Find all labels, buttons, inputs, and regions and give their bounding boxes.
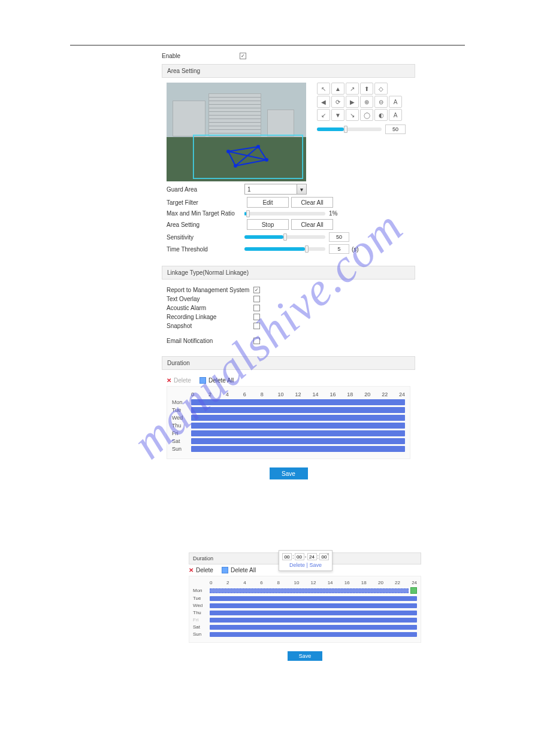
day-label: Mon (193, 588, 210, 593)
video-preview[interactable] (167, 83, 306, 181)
clear-all-filter-button[interactable]: Clear All (291, 197, 333, 208)
delete-all-button[interactable]: Delete All (208, 377, 234, 384)
acoustic-row: Acoustic Alarm (167, 305, 410, 311)
email-checkbox[interactable] (253, 338, 260, 344)
day-label: Sat (172, 438, 191, 444)
delete-all-icon (200, 377, 206, 384)
text-overlay-label: Text Overlay (167, 296, 253, 302)
snapshot-checkbox[interactable] (253, 323, 260, 329)
snapshot-label: Snapshot (167, 323, 253, 329)
patrol-icon[interactable]: ◐ (374, 109, 388, 121)
schedule-bar[interactable] (191, 399, 405, 405)
target-ratio-slider[interactable] (244, 212, 325, 215)
schedule-row[interactable]: Thu (193, 610, 417, 615)
report-checkbox[interactable]: ✓ (253, 287, 260, 293)
preset-icon[interactable]: ◯ (360, 109, 373, 121)
ptz-down-icon[interactable]: ▼ (331, 109, 344, 121)
ptz-up-left-icon[interactable]: ↖ (317, 83, 330, 95)
schedule-bar[interactable] (210, 611, 417, 615)
edit-button[interactable]: Edit (247, 197, 289, 208)
zoom-in-icon[interactable]: ⊕ (360, 96, 373, 108)
schedule-row[interactable]: Sun (172, 446, 405, 452)
recording-checkbox[interactable] (253, 314, 260, 320)
sep-dash: - (305, 554, 307, 560)
schedule-row[interactable]: Thu (172, 423, 405, 429)
copy-schedule-icon[interactable] (410, 587, 417, 594)
schedule-row[interactable]: Sat (172, 438, 405, 444)
target-filter-row: Target Filter Edit Clear All (167, 197, 410, 208)
schedule-row[interactable]: Wed (172, 415, 405, 421)
schedule-row[interactable]: Wed (193, 603, 417, 608)
time-threshold-value[interactable]: 5 (329, 244, 349, 254)
schedule-row[interactable]: Mon (193, 587, 417, 594)
delete-button-2[interactable]: Delete (196, 567, 213, 573)
iris-open-icon[interactable]: ◇ (374, 83, 388, 95)
close-icon[interactable]: × (327, 551, 330, 557)
schedule-row[interactable]: Sat (193, 624, 417, 630)
stop-button[interactable]: Stop (247, 219, 289, 230)
ptz-left-icon[interactable]: ◀ (317, 96, 330, 108)
ptz-down-right-icon[interactable]: ↘ (346, 109, 359, 121)
acoustic-checkbox[interactable] (253, 305, 260, 311)
ptz-up-right-icon[interactable]: ↗ (346, 83, 359, 95)
linkage-header: Linkage Type(Normal Linkage) (162, 266, 415, 280)
enable-checkbox[interactable]: ✓ (240, 53, 246, 59)
delete-button[interactable]: Delete (174, 377, 191, 384)
popup-delete-link[interactable]: Delete (289, 562, 305, 568)
focus-near-icon[interactable]: ⬆ (360, 83, 373, 95)
day-label: Fri (172, 430, 191, 436)
schedule-bar[interactable] (191, 438, 405, 444)
time-threshold-row: Time Threshold 5 (s) (167, 244, 410, 254)
linkage-body: Report to Management System ✓ Text Overl… (162, 280, 415, 351)
schedule-row[interactable]: Tue (193, 596, 417, 601)
guard-area-select[interactable]: 1 ▾ (244, 184, 307, 195)
aperture-minus-icon[interactable]: A (389, 109, 402, 121)
schedule-row[interactable]: Tue (172, 407, 405, 413)
schedule-bar[interactable] (210, 603, 417, 608)
clear-all-area-button[interactable]: Clear All (291, 219, 333, 230)
duration-toolbar: ✕ Delete Delete All (167, 375, 410, 386)
end-hour-input[interactable] (307, 553, 317, 560)
start-min-input[interactable] (295, 553, 304, 560)
schedule-row[interactable]: Sun (193, 631, 417, 637)
save-button-2[interactable]: Save (288, 651, 322, 661)
hour-tick: 12 (295, 391, 313, 397)
ptz-speed-slider[interactable] (317, 127, 382, 131)
hour-tick: 4 (243, 580, 260, 585)
schedule-bar[interactable] (191, 407, 405, 413)
popup-save-link[interactable]: Save (309, 562, 322, 568)
schedule-bar[interactable] (210, 632, 417, 637)
acoustic-label: Acoustic Alarm (167, 305, 253, 311)
schedule-bar[interactable] (210, 596, 417, 601)
sensitivity-slider[interactable] (244, 235, 325, 239)
ptz-down-left-icon[interactable]: ↙ (317, 109, 330, 121)
schedule-row[interactable]: Fri (193, 617, 417, 623)
text-overlay-checkbox[interactable] (253, 296, 260, 302)
schedule-bar[interactable] (191, 446, 405, 452)
ptz-up-icon[interactable]: ▲ (331, 83, 344, 95)
schedule-bar-selected[interactable] (210, 588, 409, 593)
ptz-speed-value[interactable]: 50 (385, 125, 406, 134)
guard-polygon[interactable] (223, 145, 271, 171)
time-threshold-slider[interactable] (244, 247, 325, 251)
ptz-right-icon[interactable]: ▶ (346, 96, 359, 108)
start-hour-input[interactable] (282, 553, 292, 560)
sensitivity-row: Sensitivity 50 (167, 232, 410, 242)
schedule-bar[interactable] (191, 415, 405, 421)
schedule-row[interactable]: Fri (172, 430, 405, 436)
delete-all-button-2[interactable]: Delete All (231, 567, 256, 573)
aperture-plus-icon[interactable]: A (389, 96, 402, 108)
schedule-bar[interactable] (210, 625, 417, 630)
ptz-home-icon[interactable]: ⟳ (331, 96, 344, 108)
recording-label: Recording Linkage (167, 314, 253, 320)
schedule-bar[interactable] (210, 618, 417, 623)
guard-area-label: Guard Area (167, 186, 244, 193)
schedule-row[interactable]: Mon (172, 399, 405, 405)
save-button[interactable]: Save (270, 467, 308, 479)
sensitivity-value[interactable]: 50 (329, 232, 349, 242)
schedule-bar[interactable] (191, 430, 405, 436)
zoom-out-icon[interactable]: ⊖ (374, 96, 388, 108)
area-setting-label: Area Setting (167, 221, 244, 228)
hour-tick: 2 (208, 391, 226, 397)
schedule-bar[interactable] (191, 423, 405, 429)
